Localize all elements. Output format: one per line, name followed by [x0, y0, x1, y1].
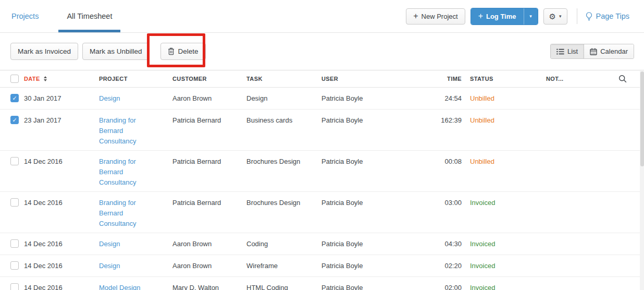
status-badge: Invoiced — [470, 262, 495, 270]
new-project-button[interactable]: + New Project — [406, 8, 465, 25]
scrollbar-thumb[interactable] — [640, 71, 644, 166]
top-navigation: Projects All Timesheet + New Project + L… — [0, 0, 644, 33]
table-row: 14 Dec 2016 Design Aaron Brown Coding Pa… — [0, 233, 644, 255]
column-header-project[interactable]: PROJECT — [99, 76, 172, 82]
column-header-customer[interactable]: CUSTOMER — [172, 76, 246, 82]
cell-user: Patricia Boyle — [321, 261, 405, 271]
select-all-cell — [0, 74, 24, 84]
timesheet-app: Projects All Timesheet + New Project + L… — [0, 0, 644, 290]
project-link[interactable]: Branding for Bernard Consultancy — [99, 115, 157, 147]
sort-icon[interactable] — [44, 76, 47, 81]
project-link[interactable]: Design — [99, 261, 120, 271]
list-view-label: List — [567, 47, 578, 55]
cell-task: Brochures Design — [246, 198, 321, 208]
settings-dropdown-button[interactable]: ⚙ ▾ — [543, 8, 567, 25]
date-header-label: DATE — [24, 76, 40, 82]
cell-user: Patricia Boyle — [321, 198, 405, 208]
lightbulb-icon — [586, 12, 592, 21]
table-row: 14 Dec 2016 Branding for Bernard Consult… — [0, 192, 644, 233]
cell-date: 14 Dec 2016 — [24, 283, 99, 290]
cell-user: Patricia Boyle — [321, 239, 405, 249]
column-header-date[interactable]: DATE — [24, 76, 99, 82]
delete-button[interactable]: Delete — [160, 43, 206, 60]
cell-task: Brochures Design — [246, 156, 321, 167]
project-link[interactable]: Design — [99, 239, 120, 249]
cell-task: HTML Coding — [246, 283, 321, 290]
cell-date: 14 Dec 2016 — [24, 239, 99, 249]
project-link[interactable]: Branding for Bernard Consultancy — [99, 156, 157, 188]
table-row: 14 Dec 2016 Design Aaron Brown Wireframe… — [0, 255, 644, 277]
row-checkbox[interactable] — [10, 157, 19, 165]
column-header-notes[interactable]: NOT... — [546, 76, 615, 82]
column-header-task[interactable]: TASK — [246, 76, 321, 82]
cell-date: 30 Jan 2017 — [24, 93, 99, 104]
status-badge: Unbilled — [470, 158, 494, 165]
bulk-action-buttons: Mark as Invoiced Mark as Unbilled Delete — [10, 43, 206, 60]
table-row: 14 Dec 2016 Model Design Mary D. Walton … — [0, 277, 644, 290]
cell-time: 24:54 — [405, 93, 462, 104]
row-checkbox[interactable] — [10, 94, 19, 102]
cell-task: Design — [246, 93, 321, 104]
log-time-button[interactable]: + Log Time — [471, 8, 524, 25]
cell-user: Patricia Boyle — [321, 283, 405, 290]
mark-as-unbilled-button[interactable]: Mark as Unbilled — [82, 43, 150, 60]
cell-date: 14 Dec 2016 — [24, 198, 99, 208]
gear-icon: ⚙ — [549, 13, 556, 20]
cell-date: 23 Jan 2017 — [24, 115, 99, 126]
delete-label: Delete — [178, 47, 199, 55]
cell-customer: Aaron Brown — [172, 93, 246, 104]
cell-time: 03:00 — [405, 198, 462, 208]
calendar-view-button[interactable]: Calendar — [584, 44, 634, 58]
cell-date: 14 Dec 2016 — [24, 156, 99, 167]
cell-customer: Patricia Bernard — [172, 156, 246, 167]
calendar-icon — [590, 48, 597, 55]
view-toggle: List Calendar — [550, 44, 634, 59]
page-tips-link[interactable]: Page Tips — [586, 12, 630, 21]
column-header-user[interactable]: USER — [321, 76, 405, 82]
project-link[interactable]: Branding for Bernard Consultancy — [99, 198, 157, 229]
mark-as-invoiced-button[interactable]: Mark as Invoiced — [10, 43, 78, 60]
column-header-time[interactable]: TIME — [405, 76, 462, 82]
cell-user: Patricia Boyle — [321, 115, 405, 126]
search-icon[interactable] — [618, 75, 627, 83]
row-checkbox[interactable] — [10, 283, 19, 290]
trash-icon — [168, 47, 175, 55]
tab-projects[interactable]: Projects — [11, 0, 47, 32]
new-project-label: New Project — [422, 13, 458, 20]
cell-task: Coding — [246, 239, 321, 249]
row-checkbox[interactable] — [10, 198, 19, 207]
row-checkbox[interactable] — [10, 116, 19, 124]
cell-time: 00:08 — [405, 156, 462, 167]
bulk-actions-toolbar: Mark as Invoiced Mark as Unbilled Delete — [0, 33, 644, 70]
cell-customer: Mary D. Walton — [172, 283, 246, 290]
mark-as-invoiced-label: Mark as Invoiced — [18, 47, 71, 55]
table-header-row: DATE PROJECT CUSTOMER TASK USER TIME STA… — [0, 70, 644, 88]
cell-time: 02:00 — [405, 283, 462, 290]
cell-customer: Aaron Brown — [172, 239, 246, 249]
row-checkbox[interactable] — [10, 261, 19, 270]
project-link[interactable]: Design — [99, 93, 120, 104]
page-tips-label: Page Tips — [596, 12, 630, 20]
chevron-down-icon: ▾ — [559, 14, 562, 19]
status-badge: Invoiced — [470, 199, 495, 207]
project-link[interactable]: Model Design — [99, 283, 141, 290]
cell-task: Business cards — [246, 115, 321, 126]
list-view-button[interactable]: List — [551, 44, 584, 58]
chevron-down-icon: ▾ — [529, 14, 532, 19]
plus-icon: + — [413, 12, 418, 20]
column-header-status[interactable]: STATUS — [470, 76, 546, 82]
table-row: 23 Jan 2017 Branding for Bernard Consult… — [0, 110, 644, 151]
status-badge: Unbilled — [470, 116, 494, 124]
cell-time: 04:30 — [405, 239, 462, 249]
log-time-dropdown-toggle[interactable]: ▾ — [524, 8, 538, 25]
tab-all-timesheet-label: All Timesheet — [67, 12, 112, 20]
tab-all-timesheet[interactable]: All Timesheet — [58, 0, 120, 32]
select-all-checkbox[interactable] — [10, 75, 19, 83]
table-row: 30 Jan 2017 Design Aaron Brown Design Pa… — [0, 88, 644, 110]
log-time-label: Log Time — [486, 13, 516, 20]
row-checkbox[interactable] — [10, 239, 19, 248]
cell-customer: Patricia Bernard — [172, 115, 246, 126]
cell-date: 14 Dec 2016 — [24, 261, 99, 271]
cell-time: 02:20 — [405, 261, 462, 271]
header-actions: + New Project + Log Time ▾ ⚙ ▾ — [406, 0, 644, 32]
